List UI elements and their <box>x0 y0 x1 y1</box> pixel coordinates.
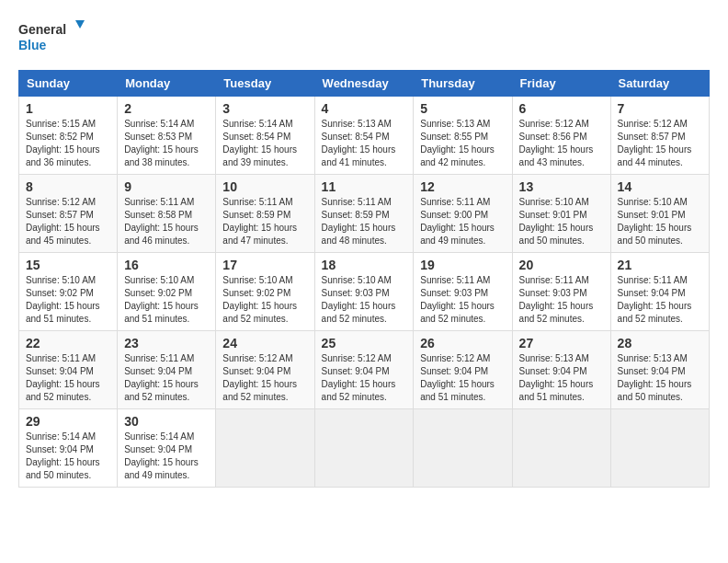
logo-svg: General Blue <box>18 18 92 55</box>
calendar-cell: 15Sunrise: 5:10 AMSunset: 9:02 PMDayligh… <box>19 253 118 331</box>
calendar-week-row: 22Sunrise: 5:11 AMSunset: 9:04 PMDayligh… <box>19 331 710 409</box>
calendar-header-row: SundayMondayTuesdayWednesdayThursdayFrid… <box>19 71 710 97</box>
day-info: Sunrise: 5:10 AMSunset: 9:02 PMDaylight:… <box>124 274 209 326</box>
day-number: 20 <box>519 258 604 272</box>
day-info: Sunrise: 5:11 AMSunset: 8:59 PMDaylight:… <box>322 196 407 247</box>
calendar-cell: 27Sunrise: 5:13 AMSunset: 9:04 PMDayligh… <box>512 331 610 409</box>
day-number: 25 <box>322 336 407 350</box>
day-number: 3 <box>222 101 307 116</box>
day-number: 14 <box>618 179 702 194</box>
calendar-cell: 21Sunrise: 5:11 AMSunset: 9:04 PMDayligh… <box>610 253 709 331</box>
calendar-cell: 1Sunrise: 5:15 AMSunset: 8:52 PMDaylight… <box>19 97 118 175</box>
day-info: Sunrise: 5:10 AMSunset: 9:02 PMDaylight:… <box>26 274 110 326</box>
day-info: Sunrise: 5:14 AMSunset: 8:54 PMDaylight:… <box>222 118 307 169</box>
calendar-cell <box>512 409 610 488</box>
calendar-cell: 6Sunrise: 5:12 AMSunset: 8:56 PMDaylight… <box>512 97 610 175</box>
day-number: 5 <box>420 101 505 116</box>
calendar-cell <box>414 409 512 488</box>
calendar-cell: 11Sunrise: 5:11 AMSunset: 8:59 PMDayligh… <box>314 175 414 253</box>
day-number: 4 <box>322 101 407 116</box>
day-number: 22 <box>26 336 110 350</box>
day-number: 2 <box>124 101 209 116</box>
calendar-cell: 10Sunrise: 5:11 AMSunset: 8:59 PMDayligh… <box>216 175 314 253</box>
day-info: Sunrise: 5:15 AMSunset: 8:52 PMDaylight:… <box>26 118 110 169</box>
day-info: Sunrise: 5:12 AMSunset: 9:04 PMDaylight:… <box>322 352 407 404</box>
weekday-header-saturday: Saturday <box>610 71 709 97</box>
calendar-cell: 3Sunrise: 5:14 AMSunset: 8:54 PMDaylight… <box>216 97 314 175</box>
day-info: Sunrise: 5:12 AMSunset: 8:57 PMDaylight:… <box>26 196 110 247</box>
calendar-cell <box>314 409 414 488</box>
calendar-cell: 19Sunrise: 5:11 AMSunset: 9:03 PMDayligh… <box>414 253 512 331</box>
day-info: Sunrise: 5:11 AMSunset: 9:03 PMDaylight:… <box>519 274 604 326</box>
calendar-cell: 25Sunrise: 5:12 AMSunset: 9:04 PMDayligh… <box>314 331 414 409</box>
calendar-cell: 7Sunrise: 5:12 AMSunset: 8:57 PMDaylight… <box>610 97 709 175</box>
day-number: 27 <box>519 336 604 350</box>
day-info: Sunrise: 5:14 AMSunset: 8:53 PMDaylight:… <box>124 118 209 169</box>
weekday-header-wednesday: Wednesday <box>314 71 414 97</box>
day-info: Sunrise: 5:11 AMSunset: 9:04 PMDaylight:… <box>124 352 209 404</box>
calendar-cell: 23Sunrise: 5:11 AMSunset: 9:04 PMDayligh… <box>118 331 216 409</box>
day-info: Sunrise: 5:11 AMSunset: 9:04 PMDaylight:… <box>26 352 110 404</box>
day-number: 10 <box>222 179 307 194</box>
calendar-cell: 9Sunrise: 5:11 AMSunset: 8:58 PMDaylight… <box>118 175 216 253</box>
weekday-header-tuesday: Tuesday <box>216 71 314 97</box>
calendar-table: SundayMondayTuesdayWednesdayThursdayFrid… <box>18 70 710 488</box>
weekday-header-friday: Friday <box>512 71 610 97</box>
day-number: 1 <box>26 101 110 116</box>
day-info: Sunrise: 5:11 AMSunset: 9:03 PMDaylight:… <box>420 274 505 326</box>
calendar-cell: 30Sunrise: 5:14 AMSunset: 9:04 PMDayligh… <box>118 409 216 488</box>
logo: General Blue <box>18 18 92 55</box>
day-info: Sunrise: 5:12 AMSunset: 8:56 PMDaylight:… <box>519 118 604 169</box>
day-info: Sunrise: 5:10 AMSunset: 9:01 PMDaylight:… <box>618 196 702 247</box>
day-number: 7 <box>618 101 702 116</box>
day-info: Sunrise: 5:14 AMSunset: 9:04 PMDaylight:… <box>26 431 110 482</box>
day-number: 6 <box>519 101 604 116</box>
day-info: Sunrise: 5:13 AMSunset: 8:55 PMDaylight:… <box>420 118 505 169</box>
day-info: Sunrise: 5:10 AMSunset: 9:01 PMDaylight:… <box>519 196 604 247</box>
day-info: Sunrise: 5:13 AMSunset: 9:04 PMDaylight:… <box>519 352 604 404</box>
calendar-cell: 29Sunrise: 5:14 AMSunset: 9:04 PMDayligh… <box>19 409 118 488</box>
calendar-cell: 26Sunrise: 5:12 AMSunset: 9:04 PMDayligh… <box>414 331 512 409</box>
day-info: Sunrise: 5:11 AMSunset: 8:58 PMDaylight:… <box>124 196 209 247</box>
calendar-cell: 18Sunrise: 5:10 AMSunset: 9:03 PMDayligh… <box>314 253 414 331</box>
day-info: Sunrise: 5:12 AMSunset: 8:57 PMDaylight:… <box>618 118 702 169</box>
day-number: 17 <box>222 258 307 272</box>
calendar-cell: 14Sunrise: 5:10 AMSunset: 9:01 PMDayligh… <box>610 175 709 253</box>
day-number: 15 <box>26 258 110 272</box>
day-number: 24 <box>222 336 307 350</box>
day-info: Sunrise: 5:14 AMSunset: 9:04 PMDaylight:… <box>124 431 209 482</box>
day-info: Sunrise: 5:13 AMSunset: 8:54 PMDaylight:… <box>322 118 407 169</box>
day-number: 9 <box>124 179 209 194</box>
svg-marker-2 <box>75 20 85 29</box>
calendar-week-row: 29Sunrise: 5:14 AMSunset: 9:04 PMDayligh… <box>19 409 710 488</box>
day-number: 28 <box>618 336 702 350</box>
day-number: 19 <box>420 258 505 272</box>
day-number: 11 <box>322 179 407 194</box>
day-number: 8 <box>26 179 110 194</box>
weekday-header-thursday: Thursday <box>414 71 512 97</box>
svg-text:General: General <box>18 22 66 37</box>
day-info: Sunrise: 5:11 AMSunset: 9:00 PMDaylight:… <box>420 196 505 247</box>
day-number: 13 <box>519 179 604 194</box>
day-info: Sunrise: 5:12 AMSunset: 9:04 PMDaylight:… <box>222 352 307 404</box>
calendar-cell: 22Sunrise: 5:11 AMSunset: 9:04 PMDayligh… <box>19 331 118 409</box>
weekday-header-sunday: Sunday <box>19 71 118 97</box>
calendar-cell: 16Sunrise: 5:10 AMSunset: 9:02 PMDayligh… <box>118 253 216 331</box>
calendar-cell <box>216 409 314 488</box>
calendar-week-row: 8Sunrise: 5:12 AMSunset: 8:57 PMDaylight… <box>19 175 710 253</box>
calendar-cell: 17Sunrise: 5:10 AMSunset: 9:02 PMDayligh… <box>216 253 314 331</box>
day-info: Sunrise: 5:11 AMSunset: 9:04 PMDaylight:… <box>618 274 702 326</box>
calendar-cell: 24Sunrise: 5:12 AMSunset: 9:04 PMDayligh… <box>216 331 314 409</box>
calendar-cell: 8Sunrise: 5:12 AMSunset: 8:57 PMDaylight… <box>19 175 118 253</box>
day-info: Sunrise: 5:13 AMSunset: 9:04 PMDaylight:… <box>618 352 702 404</box>
calendar-week-row: 1Sunrise: 5:15 AMSunset: 8:52 PMDaylight… <box>19 97 710 175</box>
day-number: 16 <box>124 258 209 272</box>
day-number: 29 <box>26 414 110 429</box>
calendar-cell: 20Sunrise: 5:11 AMSunset: 9:03 PMDayligh… <box>512 253 610 331</box>
calendar-cell: 2Sunrise: 5:14 AMSunset: 8:53 PMDaylight… <box>118 97 216 175</box>
weekday-header-monday: Monday <box>118 71 216 97</box>
day-info: Sunrise: 5:10 AMSunset: 9:03 PMDaylight:… <box>322 274 407 326</box>
day-number: 12 <box>420 179 505 194</box>
calendar-cell: 5Sunrise: 5:13 AMSunset: 8:55 PMDaylight… <box>414 97 512 175</box>
calendar-cell: 4Sunrise: 5:13 AMSunset: 8:54 PMDaylight… <box>314 97 414 175</box>
